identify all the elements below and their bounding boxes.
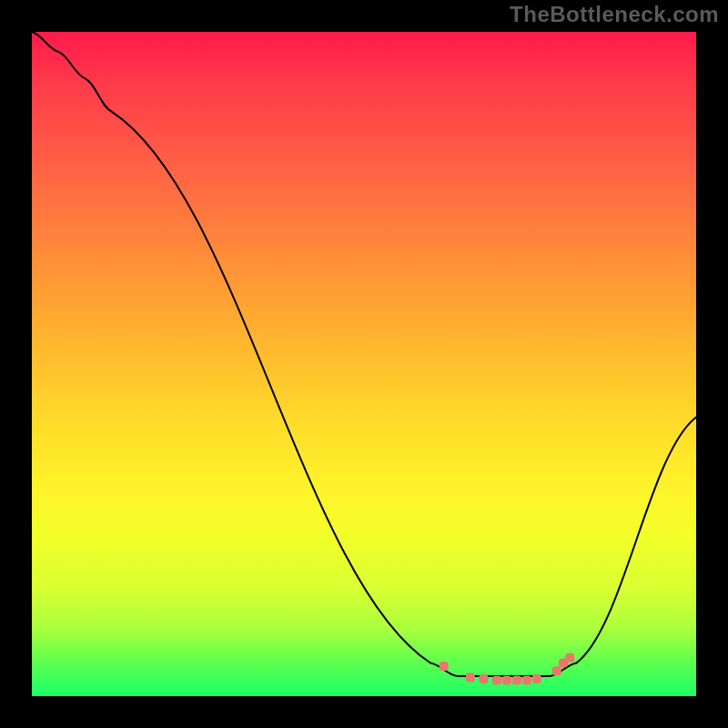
chart-frame: TheBottleneck.com [0, 0, 728, 728]
valley-markers [440, 653, 575, 685]
plot-area [32, 32, 696, 696]
valley-marker [565, 653, 574, 662]
valley-marker [502, 676, 511, 685]
valley-marker [512, 676, 521, 685]
valley-marker [552, 666, 561, 675]
valley-marker [479, 674, 488, 683]
bottleneck-curve [32, 32, 696, 676]
valley-marker [440, 662, 449, 671]
chart-svg [32, 32, 696, 696]
valley-marker [492, 676, 501, 685]
valley-marker [522, 676, 531, 685]
watermark-text: TheBottleneck.com [510, 2, 719, 27]
valley-marker [532, 674, 541, 683]
valley-marker [466, 673, 475, 682]
